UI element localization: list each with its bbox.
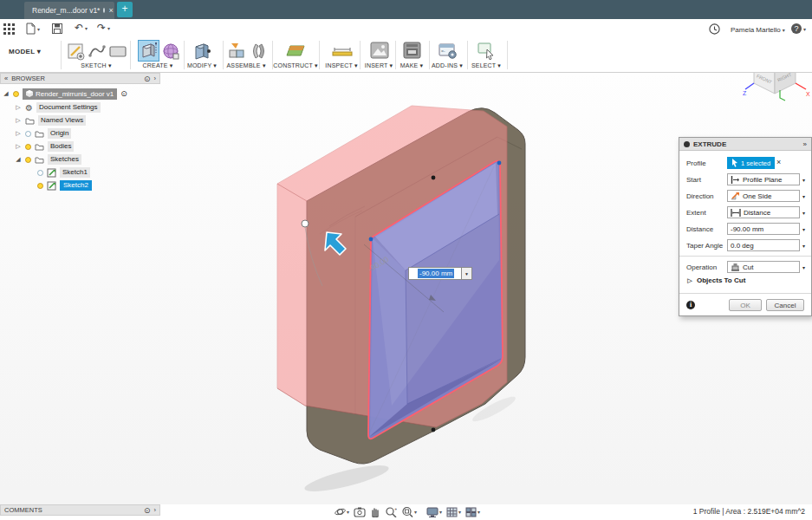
construct-plane-button[interactable] (286, 43, 306, 59)
job-status-button[interactable] (709, 23, 720, 35)
distance-input-value[interactable]: -90.00 mm (418, 269, 454, 278)
collapse-left-icon[interactable]: « (4, 75, 8, 82)
expand-icon[interactable]: ▷ (686, 277, 693, 284)
browser-row-origin[interactable]: ▷ Origin (15, 127, 71, 140)
joint-button[interactable] (250, 42, 268, 60)
dropdown-caret[interactable]: ▾ (802, 193, 805, 199)
ribbon-group-modify[interactable]: MODIFY ▾ (187, 62, 217, 69)
visibility-bulb-off[interactable] (37, 170, 43, 176)
distance-input[interactable]: -90.00 mm ▼ (408, 267, 472, 280)
display-settings-button[interactable]: ▾ (426, 507, 442, 517)
extrude-dialog-header[interactable]: EXTRUDE » (679, 138, 811, 151)
measure-button[interactable] (332, 46, 353, 56)
expand-icon[interactable]: ▷ (15, 143, 22, 150)
visibility-bulb-on[interactable] (25, 144, 31, 150)
info-icon[interactable]: i (686, 301, 695, 309)
comments-filter-icon[interactable]: ⊙ (144, 506, 151, 515)
ribbon-group-construct[interactable]: CONSTRUCT ▾ (273, 62, 317, 69)
distance-spinner[interactable]: ▼ (462, 267, 472, 280)
sketch-icon (47, 168, 56, 178)
expand-icon[interactable]: ▷ (15, 130, 22, 137)
new-component-button[interactable] (228, 42, 247, 61)
save-button[interactable] (52, 23, 62, 34)
taper-angle-field[interactable]: 0.0 deg (727, 239, 800, 251)
orbit-button[interactable]: ▾ (335, 506, 349, 517)
browser-header[interactable]: « BROWSER ⊙ › (0, 73, 160, 84)
tab-close-icon[interactable]: × (108, 6, 113, 15)
new-document-tab-button[interactable]: + (117, 2, 133, 17)
cancel-button[interactable]: Cancel (766, 299, 804, 311)
browser-row-document-settings[interactable]: ▷ ⚙ Document Settings (15, 101, 101, 114)
ribbon-group-sketch[interactable]: SKETCH ▾ (81, 62, 111, 69)
browser-row-bodies[interactable]: ▷ Bodies (15, 140, 74, 153)
profile-selected-chip[interactable]: 1 selected (727, 157, 775, 169)
start-dropdown[interactable]: Profile Plane (727, 173, 800, 185)
undo-button[interactable]: ↶ ▾ (75, 22, 88, 34)
workspace-selector[interactable]: MODEL ▾ (9, 48, 41, 55)
create-form-button[interactable] (162, 42, 180, 61)
dropdown-caret[interactable]: ▾ (802, 177, 805, 183)
expand-icon[interactable]: ◢ (15, 156, 22, 163)
extent-dropdown[interactable]: Distance (727, 206, 800, 218)
visibility-bulb-on[interactable] (13, 91, 19, 97)
root-document-chip[interactable]: Render_mirrunis_door v1 (23, 88, 117, 100)
grid-layout-button[interactable]: ▾ (446, 507, 461, 517)
look-at-button[interactable] (354, 507, 366, 517)
extrude-button-active[interactable] (138, 40, 159, 62)
browser-row-sketches[interactable]: ◢ Sketches (15, 153, 81, 166)
browser-row-sketch1[interactable]: Sketch1 (37, 166, 90, 179)
ok-button[interactable]: OK (729, 299, 762, 311)
document-tab[interactable]: Render_m...door v1* × (24, 2, 114, 19)
distance-value-field[interactable]: -90.00 mm (727, 223, 800, 235)
browser-root-row[interactable]: ◢ Render_mirrunis_door v1 ⊙ (3, 88, 127, 100)
make-button[interactable] (403, 42, 421, 59)
create-sketch-button[interactable] (67, 42, 86, 61)
file-menu-button[interactable]: ▾ (26, 23, 40, 35)
browser-row-named-views[interactable]: ▷ Named Views (15, 114, 86, 127)
direction-dropdown[interactable]: One Side (727, 190, 800, 202)
objects-to-cut-section[interactable]: ▷ Objects To Cut (686, 276, 745, 284)
dropdown-caret[interactable]: ▾ (802, 226, 805, 232)
insert-image-button[interactable] (370, 42, 389, 59)
comments-bar[interactable]: COMMENTS ⊙ › (0, 504, 160, 517)
dropdown-caret[interactable]: ▾ (802, 243, 805, 249)
expand-icon[interactable]: ▷ (15, 117, 22, 124)
select-button[interactable] (477, 42, 497, 60)
ribbon-group-addins[interactable]: ADD-INS ▾ (432, 62, 463, 69)
profile-point-left (369, 237, 374, 242)
pan-button[interactable] (370, 506, 380, 517)
operation-dropdown[interactable]: Cut (727, 261, 800, 273)
ribbon-group-inspect[interactable]: INSPECT ▾ (325, 62, 357, 69)
browser-chevron-icon[interactable]: › (154, 75, 157, 82)
spline-button[interactable] (88, 44, 106, 58)
ribbon-group-make[interactable]: MAKE ▾ (400, 62, 424, 69)
ribbon-group-insert[interactable]: INSERT ▾ (365, 62, 393, 69)
expand-icon[interactable]: ▷ (15, 104, 22, 111)
profile-clear-icon[interactable]: × (776, 158, 781, 166)
press-pull-button[interactable] (192, 41, 212, 62)
dropdown-caret[interactable]: ▾ (802, 210, 805, 216)
dialog-expand-icon[interactable]: » (803, 140, 807, 148)
zoom-button[interactable]: + (385, 506, 397, 517)
taper-sphere-manipulator[interactable] (302, 220, 309, 227)
dropdown-caret[interactable]: ▾ (802, 264, 805, 270)
browser-row-sketch2-selected[interactable]: Sketch2 (37, 179, 92, 192)
rectangle-button[interactable] (109, 46, 127, 57)
fit-button[interactable]: ▾ (401, 506, 417, 517)
help-menu-button[interactable]: ? ▾ (791, 23, 806, 34)
visibility-bulb-on[interactable] (37, 183, 43, 189)
ground-icon[interactable]: ⊙ (120, 89, 127, 98)
user-account-menu[interactable]: Pamela Martello ▾ (731, 26, 785, 34)
ribbon-group-select[interactable]: SELECT ▾ (471, 62, 501, 69)
app-grid-menu-button[interactable] (3, 23, 15, 35)
expand-icon[interactable]: ◢ (3, 90, 10, 97)
addins-button[interactable]: =- (438, 42, 458, 59)
browser-filter-icon[interactable]: ⊙ (144, 75, 151, 83)
comments-chevron-icon[interactable]: › (154, 506, 157, 514)
ribbon-group-create[interactable]: CREATE ▾ (143, 62, 173, 69)
redo-button[interactable]: ↷ ▾ (97, 22, 110, 34)
viewports-button[interactable]: ▾ (465, 507, 480, 517)
ribbon-group-assemble[interactable]: ASSEMBLE ▾ (226, 62, 265, 69)
visibility-bulb-off[interactable] (25, 131, 31, 137)
visibility-bulb-on[interactable] (25, 157, 31, 163)
